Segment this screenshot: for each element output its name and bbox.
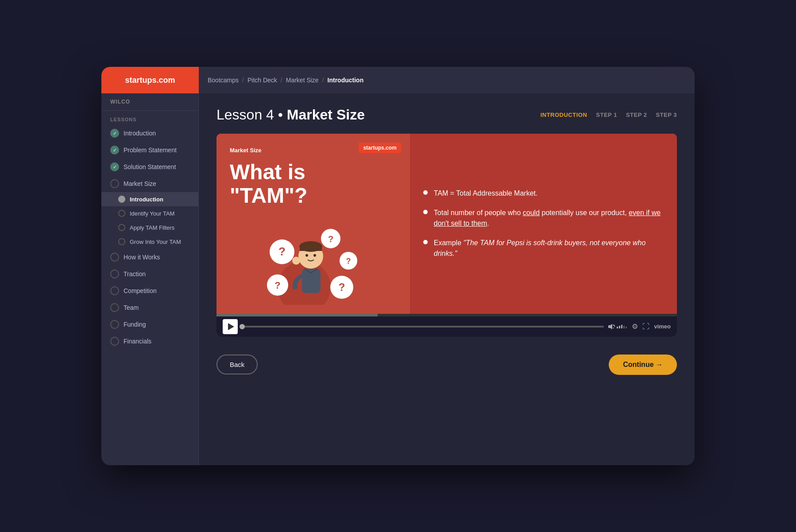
bottom-controls: Back Continue →: [216, 350, 677, 379]
lesson-icon-problem-statement: ✓: [110, 146, 119, 154]
illustration-area: ? ? ? ?: [230, 216, 397, 305]
sub-label-ms-introduction: Introduction: [130, 196, 163, 203]
progress-thumb: [240, 324, 245, 329]
sidebar-label-problem-statement: Problem Statement: [124, 146, 177, 154]
fullscreen-icon[interactable]: ⛶: [642, 323, 649, 331]
sidebar-subitem-ms-grow-tam[interactable]: Grow Into Your TAM: [101, 235, 198, 249]
lesson-icon-competition: [110, 286, 119, 295]
video-container: Market Size What is"TAM"?: [216, 134, 677, 337]
sub-icon-ms-apply-tam: [118, 224, 125, 231]
back-button[interactable]: Back: [216, 355, 258, 374]
svg-text:?: ?: [278, 245, 286, 258]
sub-icon-ms-grow-tam: [118, 238, 125, 245]
sidebar-label-funding: Funding: [124, 321, 146, 328]
sidebar-label-financials: Financials: [124, 338, 151, 345]
svg-point-16: [292, 257, 300, 265]
sidebar-label-traction: Traction: [124, 270, 146, 278]
bullet-text-3: Example "The TAM for Pepsi is soft-drink…: [434, 238, 664, 259]
device-frame: startups.com Bootcamps / Pitch Deck / Ma…: [101, 67, 695, 465]
sidebar-label-how-it-works: How it Works: [124, 254, 160, 261]
lesson-icon-funding: [110, 320, 119, 329]
sidebar-label-team: Team: [124, 304, 139, 311]
breadcrumb-market-size[interactable]: Market Size: [286, 77, 319, 84]
breadcrumb-bootcamps[interactable]: Bootcamps: [208, 77, 239, 84]
volume-icon[interactable]: [608, 324, 627, 329]
bullet-item-3: Example "The TAM for Pepsi is soft-drink…: [423, 238, 664, 259]
sub-label-ms-identify-tam: Identify Your TAM: [130, 210, 174, 217]
brand-logo-text: startups.com: [125, 76, 175, 85]
sidebar-item-problem-statement[interactable]: ✓ Problem Statement: [101, 142, 198, 158]
sidebar-item-financials[interactable]: Financials: [101, 333, 198, 350]
nav-breadcrumb: Bootcamps / Pitch Deck / Market Size / I…: [199, 67, 695, 93]
svg-point-14: [313, 254, 316, 257]
sidebar-brand: WILCO: [101, 93, 198, 111]
breadcrumb-introduction: Introduction: [328, 77, 364, 84]
vimeo-logo: vimeo: [654, 323, 671, 330]
top-nav: startups.com Bootcamps / Pitch Deck / Ma…: [101, 67, 695, 93]
step-nav-step3[interactable]: STEP 3: [656, 112, 677, 118]
video-right-panel: TAM = Total Addressable Market. Total nu…: [410, 134, 677, 314]
sidebar-item-team[interactable]: Team: [101, 299, 198, 316]
svg-rect-17: [608, 325, 610, 328]
continue-button[interactable]: Continue →: [609, 355, 677, 375]
svg-rect-24: [621, 325, 622, 328]
lesson-icon-solution-statement: ✓: [110, 162, 119, 171]
play-button[interactable]: [223, 319, 238, 334]
bullet-dot-3: [423, 240, 428, 244]
video-controls: ⚙ ⛶ vimeo: [216, 316, 677, 337]
sidebar-item-introduction[interactable]: ✓ Introduction: [101, 125, 198, 142]
bullet-item-1: TAM = Total Addressable Market.: [423, 188, 664, 199]
svg-line-20: [613, 328, 614, 328]
video-progress-fill: [216, 314, 378, 316]
svg-text:?: ?: [328, 234, 333, 244]
video-progress-row[interactable]: [216, 314, 677, 316]
step-nav: INTRODUCTION STEP 1 STEP 2 STEP 3: [541, 112, 677, 118]
bullet-item-2: Total number of people who could potenti…: [423, 208, 664, 229]
sidebar-item-solution-statement[interactable]: ✓ Solution Statement: [101, 158, 198, 175]
settings-icon[interactable]: ⚙: [632, 322, 638, 331]
step-nav-introduction[interactable]: INTRODUCTION: [541, 112, 587, 118]
sub-icon-ms-identify-tam: [118, 210, 125, 217]
svg-rect-25: [623, 326, 625, 328]
lesson-icon-introduction: ✓: [110, 129, 119, 138]
bullet-text-2: Total number of people who could potenti…: [434, 208, 664, 229]
video-content: Market Size What is"TAM"?: [216, 134, 677, 314]
sub-label-ms-grow-tam: Grow Into Your TAM: [130, 239, 181, 245]
svg-text:?: ?: [339, 281, 345, 293]
svg-point-13: [305, 254, 308, 257]
bullet-text-1: TAM = Total Addressable Market.: [434, 188, 538, 199]
video-left-panel: Market Size What is"TAM"?: [216, 134, 410, 314]
svg-rect-22: [617, 327, 618, 328]
svg-text:?: ?: [275, 280, 281, 291]
sidebar-label-market-size: Market Size: [124, 180, 156, 187]
sidebar-subitem-ms-introduction[interactable]: Introduction: [101, 192, 198, 206]
lesson-header: Lesson 4 • Market Size INTRODUCTION STEP…: [216, 107, 677, 123]
svg-marker-18: [610, 324, 612, 329]
svg-rect-23: [619, 326, 620, 328]
sub-icon-ms-introduction: [118, 196, 125, 203]
video-progress-bar[interactable]: [242, 326, 604, 328]
sidebar-item-how-it-works[interactable]: How it Works: [101, 249, 198, 266]
sidebar-label-solution-statement: Solution Statement: [124, 163, 176, 170]
bullet-dot-2: [423, 210, 428, 214]
sidebar-item-traction[interactable]: Traction: [101, 266, 198, 282]
sidebar-section-title: LESSONS: [101, 111, 198, 125]
brand-logo[interactable]: startups.com: [101, 67, 199, 93]
video-main-title: What is"TAM"?: [230, 161, 397, 208]
sidebar-item-competition[interactable]: Competition: [101, 282, 198, 299]
sidebar-label-competition: Competition: [124, 287, 157, 294]
sidebar-item-funding[interactable]: Funding: [101, 316, 198, 333]
play-icon: [228, 323, 234, 330]
lesson-title: Lesson 4 • Market Size: [216, 107, 365, 123]
sidebar-subitem-ms-apply-tam[interactable]: Apply TAM Filters: [101, 220, 198, 235]
sidebar-subitem-ms-identify-tam[interactable]: Identify Your TAM: [101, 206, 198, 220]
main-area: WILCO LESSONS ✓ Introduction ✓ Problem S…: [101, 93, 695, 465]
lesson-icon-market-size: [110, 179, 119, 188]
breadcrumb-pitch-deck[interactable]: Pitch Deck: [247, 77, 277, 84]
sidebar-item-market-size[interactable]: Market Size: [101, 175, 198, 192]
step-nav-step2[interactable]: STEP 2: [626, 112, 647, 118]
lesson-icon-team: [110, 303, 119, 312]
step-nav-step1[interactable]: STEP 1: [596, 112, 617, 118]
volume-bars-icon: [617, 325, 627, 328]
svg-rect-26: [626, 327, 627, 328]
